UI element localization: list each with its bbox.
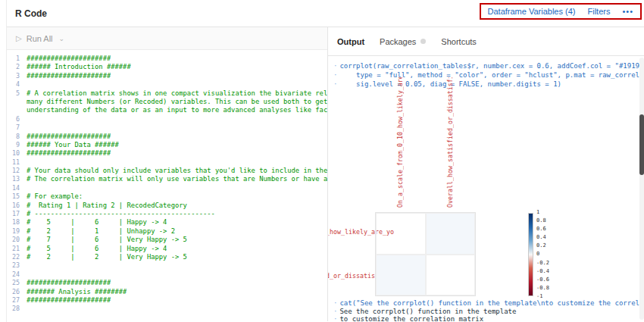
overflow-menu-icon[interactable]: ••• <box>622 7 633 16</box>
line-marker-icon: · <box>333 62 337 70</box>
editor-row: 26####### Analysis ######## <box>7 288 327 296</box>
code-editor-panel: ▷ Run All ⌄ 1#####################2#####… <box>7 27 328 321</box>
legend-tick-label: 0.8 <box>536 218 549 224</box>
r-code-panel: R Code Dataframe Variables (4) Filters •… <box>6 0 644 322</box>
run-all-button[interactable]: Run All <box>27 34 53 43</box>
output-area: ·corrplot(raw_correlation_tables$r, numb… <box>328 56 644 321</box>
legend-tick-label: 1 <box>536 210 549 215</box>
output-code-line: · sig.level = 0.05, diag = FALSE, number… <box>333 80 644 89</box>
line-number: 9 <box>7 141 27 149</box>
tab-output[interactable]: Output <box>337 37 364 46</box>
code-text: # Rating 1 | Rating 2 | RecodedCategory <box>27 202 187 210</box>
code-text: # 2 | 1 | Unhappy -> 2 <box>27 227 175 236</box>
editor-row: 11 <box>7 158 327 167</box>
editor-row: 1##################### <box>7 55 327 63</box>
code-text: ##################### <box>27 296 111 305</box>
line-number: 24 <box>7 270 27 279</box>
play-icon: ▷ <box>16 34 22 42</box>
line-number: 13 <box>7 175 27 183</box>
chevron-down-icon[interactable]: ⌄ <box>59 35 65 42</box>
line-marker-icon: · <box>333 315 337 321</box>
editor-row: 21# 5 | 6 | Happy -> 4 <box>7 245 327 253</box>
line-number: 1 <box>7 55 27 63</box>
scrollbar-track[interactable] <box>639 58 644 320</box>
editor-row: 27##################### <box>7 296 327 305</box>
dataframe-variables-link[interactable]: Dataframe Variables (4) <box>488 7 576 16</box>
line-marker-icon: · <box>333 299 337 307</box>
line-number: 15 <box>7 192 27 201</box>
editor-row: 10##################### <box>7 149 327 158</box>
editor-row: 28 <box>7 305 327 313</box>
line-number: 28 <box>7 305 27 313</box>
editor-row: 12# Your data should only include variab… <box>7 167 327 175</box>
tab-packages[interactable]: Packages <box>380 37 426 46</box>
console-output-line: ·to customize the correlation matrix <box>333 315 641 321</box>
line-number: 14 <box>7 184 27 192</box>
header: R Code Dataframe Variables (4) Filters •… <box>7 0 644 27</box>
editor-row: 2###### Introduction ###### <box>7 63 327 71</box>
legend-tick-label: -0.4 <box>536 269 549 274</box>
editor-row: 17# ------------------------------------… <box>7 210 327 218</box>
line-marker-icon: · <box>333 71 337 79</box>
legend-tick-label: 0 <box>536 252 549 257</box>
matrix-cell <box>426 213 476 255</box>
line-number: 16 <box>7 202 27 210</box>
legend-tick-label: 0.4 <box>536 235 549 240</box>
filters-link[interactable]: Filters <box>587 7 610 16</box>
corrplot-matrix <box>375 212 476 296</box>
line-number: 7 <box>7 123 27 132</box>
legend-tick-label: -0.8 <box>536 286 549 291</box>
output-code-line: ·cat("See the corrplot() function in the… <box>333 299 641 308</box>
scrollbar-thumb[interactable] <box>639 114 644 175</box>
editor-rows[interactable]: 1#####################2###### Introducti… <box>7 50 327 321</box>
line-number: 22 <box>7 253 27 261</box>
legend-tick-label: -0.6 <box>536 277 549 283</box>
line-marker-icon: · <box>333 308 337 315</box>
editor-row: 19# 2 | 1 | Unhappy -> 2 <box>7 227 327 236</box>
editor-row: 15# For example: <box>7 192 327 201</box>
output-code-line: ·corrplot(raw_correlation_tables$r, numb… <box>333 61 644 70</box>
code-text: # For example: <box>27 192 83 201</box>
code-text: corrplot(raw_correlation_tables$r, numbe… <box>339 62 644 70</box>
code-text: # 5 | 6 | Happy -> 4 <box>27 245 167 253</box>
tab-label: Output <box>337 37 364 46</box>
matrix-cell <box>376 213 426 255</box>
code-text: type = "full", method = "color", order =… <box>339 71 644 79</box>
editor-row: 16# Rating 1 | Rating 2 | RecodedCategor… <box>7 202 327 210</box>
editor-row: 20# 7 | 6 | Very Happy -> 5 <box>7 236 327 244</box>
code-text: # A correlation matrix shows in one comp… <box>27 89 327 98</box>
editor-row: 4 <box>7 80 327 89</box>
line-number: 17 <box>7 210 27 218</box>
line-number: 8 <box>7 133 27 141</box>
editor-row: 22# 2 | 2 | Very Happy -> 5 <box>7 253 327 261</box>
code-text: # The correlation matrix will only use v… <box>27 175 327 183</box>
editor-row: 5# A correlation matrix shows in one com… <box>7 89 327 98</box>
output-code-lines: ·corrplot(raw_correlation_tables$r, numb… <box>333 61 644 89</box>
line-number: 18 <box>7 218 27 227</box>
packages-badge-icon <box>420 39 426 44</box>
code-text: ##################### <box>27 279 111 287</box>
code-text: ###### Your Data ###### <box>27 141 119 149</box>
output-code-line: · type = "full", method = "color", order… <box>333 70 644 80</box>
code-text: ##################### <box>27 133 111 141</box>
line-number <box>7 98 27 106</box>
editor-row: 23 <box>7 261 327 270</box>
code-text: ##################### <box>27 149 111 158</box>
line-number <box>7 106 27 114</box>
code-text: understanding of the data or as an input… <box>27 106 327 114</box>
code-text: # 7 | 6 | Very Happy -> 5 <box>27 236 187 244</box>
output-tabs: OutputPackagesShortcuts <box>328 27 644 56</box>
code-text: # Your data should only include variable… <box>27 167 327 175</box>
tab-shortcuts[interactable]: Shortcuts <box>441 37 476 46</box>
line-number: 21 <box>7 245 27 253</box>
editor-row: 13# The correlation matrix will only use… <box>7 175 327 183</box>
line-marker-icon: · <box>333 80 337 88</box>
editor-row: 24 <box>7 270 327 279</box>
matrix-cell <box>376 255 426 296</box>
tab-label: Shortcuts <box>441 37 476 46</box>
code-text: ####### Analysis ######## <box>27 288 127 296</box>
line-number: 12 <box>7 167 27 175</box>
editor-row: 14 <box>7 184 327 192</box>
code-text: ##################### <box>27 55 111 63</box>
line-number: 25 <box>7 279 27 287</box>
